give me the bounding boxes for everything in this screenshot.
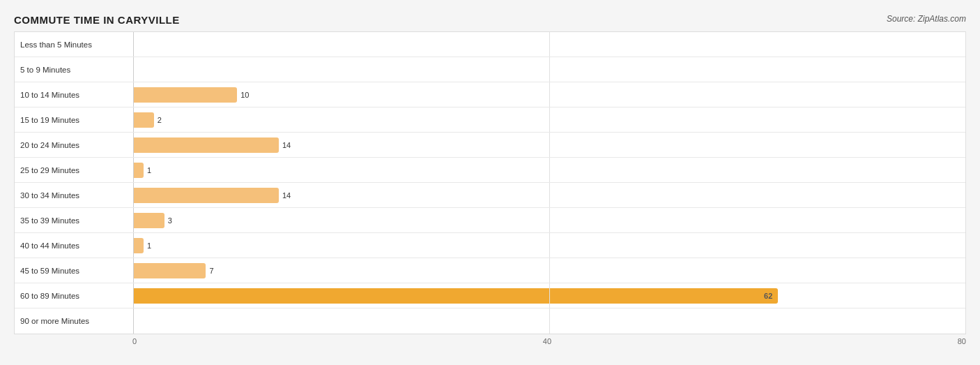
bar-fill xyxy=(133,87,237,103)
row-label: 20 to 24 Minutes xyxy=(15,141,133,149)
table-row: 90 or more Minutes xyxy=(15,308,965,334)
grid-line xyxy=(965,258,966,283)
grid-line xyxy=(965,283,966,308)
bar-track xyxy=(133,308,965,334)
row-label: 5 to 9 Minutes xyxy=(15,66,133,74)
grid-line xyxy=(965,32,966,57)
grid-line xyxy=(549,82,550,107)
bar-value: 14 xyxy=(282,141,291,149)
grid-line xyxy=(549,158,550,182)
table-row: 15 to 19 Minutes2 xyxy=(15,107,965,133)
chart-source: Source: ZipAtlas.com xyxy=(887,14,966,24)
bar-value: 62 xyxy=(764,292,772,300)
row-label: 60 to 89 Minutes xyxy=(15,292,133,300)
grid-line xyxy=(549,233,550,258)
bar-fill: 62 xyxy=(133,288,778,304)
bar-track xyxy=(133,32,965,57)
grid-line xyxy=(133,308,134,334)
row-label: 15 to 19 Minutes xyxy=(15,116,133,124)
bar-value: 2 xyxy=(158,116,162,124)
row-label: 25 to 29 Minutes xyxy=(15,166,133,174)
bar-fill xyxy=(133,112,154,128)
x-axis-spacer xyxy=(137,337,543,345)
table-row: 20 to 24 Minutes14 xyxy=(15,133,965,158)
grid-line xyxy=(549,107,550,132)
bar-value: 1 xyxy=(147,241,151,250)
row-label: 10 to 14 Minutes xyxy=(15,91,133,99)
table-row: 10 to 14 Minutes10 xyxy=(15,82,965,107)
table-row: 45 to 59 Minutes7 xyxy=(15,258,965,283)
grid-line xyxy=(965,208,966,232)
x-tick: 40 xyxy=(543,337,551,345)
bar-value: 7 xyxy=(209,267,213,275)
x-tick: 0 xyxy=(132,337,137,345)
grid-line xyxy=(549,258,550,283)
bar-fill xyxy=(133,163,144,178)
bar-track: 1 xyxy=(133,233,965,258)
grid-line xyxy=(549,208,550,232)
row-label: 45 to 59 Minutes xyxy=(15,267,133,275)
bar-track: 10 xyxy=(133,82,965,107)
grid-line xyxy=(965,233,966,258)
chart-container: COMMUTE TIME IN CARYVILLE Source: ZipAtl… xyxy=(0,7,980,365)
bar-value: 1 xyxy=(147,166,151,174)
table-row: 5 to 9 Minutes xyxy=(15,57,965,82)
grid-line xyxy=(549,133,550,157)
grid-line xyxy=(965,133,966,157)
bar-value: 3 xyxy=(168,216,172,225)
chart-title: COMMUTE TIME IN CARYVILLE xyxy=(14,14,180,26)
table-row: 35 to 39 Minutes3 xyxy=(15,208,965,233)
row-label: 30 to 34 Minutes xyxy=(15,191,133,200)
row-label: 35 to 39 Minutes xyxy=(15,216,133,225)
grid-line xyxy=(965,308,966,334)
grid-line xyxy=(965,57,966,82)
bar-value: 14 xyxy=(282,191,291,200)
grid-line xyxy=(549,57,550,82)
chart-area: Less than 5 Minutes5 to 9 Minutes10 to 1… xyxy=(14,31,966,334)
x-axis: 04080 xyxy=(14,337,966,345)
table-row: 30 to 34 Minutes14 xyxy=(15,183,965,208)
table-row: Less than 5 Minutes xyxy=(15,32,965,57)
bar-value: 10 xyxy=(240,91,249,99)
bar-fill xyxy=(133,213,164,228)
grid-line xyxy=(965,82,966,107)
grid-line xyxy=(965,107,966,132)
grid-line xyxy=(133,32,134,57)
chart-header: COMMUTE TIME IN CARYVILLE Source: ZipAtl… xyxy=(14,14,966,26)
row-label: 40 to 44 Minutes xyxy=(15,241,133,250)
table-row: 40 to 44 Minutes1 xyxy=(15,233,965,258)
bar-track: 3 xyxy=(133,208,965,232)
bar-track: 2 xyxy=(133,107,965,132)
bar-track: 1 xyxy=(133,158,965,182)
grid-line xyxy=(549,308,550,334)
row-label: 90 or more Minutes xyxy=(15,317,133,325)
grid-line xyxy=(549,32,550,57)
bar-track: 14 xyxy=(133,133,965,157)
grid-line xyxy=(965,183,966,207)
grid-line xyxy=(133,57,134,82)
bar-track: 14 xyxy=(133,183,965,207)
bar-track xyxy=(133,57,965,82)
table-row: 60 to 89 Minutes62 xyxy=(15,283,965,308)
x-tick: 80 xyxy=(958,337,966,345)
x-axis-spacer xyxy=(551,337,958,345)
bar-fill xyxy=(133,188,279,203)
bar-fill xyxy=(133,263,206,278)
grid-line xyxy=(965,158,966,182)
bar-fill xyxy=(133,137,279,153)
table-row: 25 to 29 Minutes1 xyxy=(15,158,965,183)
bar-track: 62 xyxy=(133,283,965,308)
row-label: Less than 5 Minutes xyxy=(15,40,133,49)
bar-track: 7 xyxy=(133,258,965,283)
grid-line xyxy=(549,183,550,207)
bar-fill xyxy=(133,238,144,253)
